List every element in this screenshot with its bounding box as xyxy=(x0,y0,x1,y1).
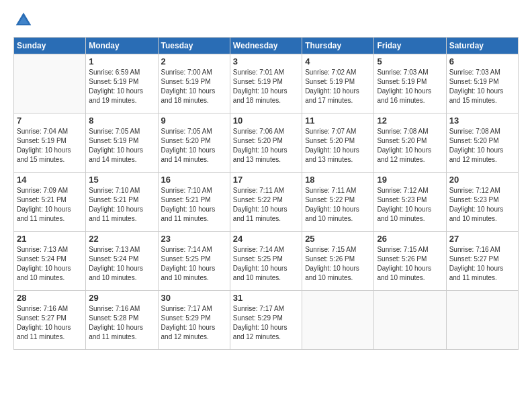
calendar-day-cell: 2Sunrise: 7:00 AM Sunset: 5:19 PM Daylig… xyxy=(158,54,230,113)
logo xyxy=(13,10,36,30)
day-number: 1 xyxy=(89,56,154,66)
calendar-day-header: Monday xyxy=(86,38,158,54)
calendar-day-cell: 23Sunrise: 7:14 AM Sunset: 5:25 PM Dayli… xyxy=(158,232,230,291)
calendar-day-header: Sunday xyxy=(14,38,86,54)
calendar-day-header: Thursday xyxy=(302,38,374,54)
day-number: 7 xyxy=(17,116,83,126)
day-info: Sunrise: 7:00 AM Sunset: 5:19 PM Dayligh… xyxy=(161,68,227,105)
calendar-week-row: 21Sunrise: 7:13 AM Sunset: 5:24 PM Dayli… xyxy=(14,232,519,291)
calendar-day-cell xyxy=(374,291,446,350)
calendar-day-cell: 8Sunrise: 7:05 AM Sunset: 5:19 PM Daylig… xyxy=(86,113,158,173)
calendar-day-cell: 14Sunrise: 7:09 AM Sunset: 5:21 PM Dayli… xyxy=(14,173,86,232)
day-number: 2 xyxy=(161,56,227,66)
day-info: Sunrise: 7:03 AM Sunset: 5:19 PM Dayligh… xyxy=(449,68,515,105)
calendar-day-cell: 18Sunrise: 7:11 AM Sunset: 5:22 PM Dayli… xyxy=(302,173,374,232)
calendar-day-cell: 16Sunrise: 7:10 AM Sunset: 5:21 PM Dayli… xyxy=(158,173,230,232)
day-number: 16 xyxy=(161,175,227,185)
day-info: Sunrise: 7:07 AM Sunset: 5:20 PM Dayligh… xyxy=(305,127,371,165)
day-info: Sunrise: 7:15 AM Sunset: 5:26 PM Dayligh… xyxy=(305,245,371,283)
day-number: 22 xyxy=(89,234,154,244)
day-info: Sunrise: 7:16 AM Sunset: 5:27 PM Dayligh… xyxy=(449,245,515,283)
header xyxy=(13,10,519,30)
day-info: Sunrise: 7:02 AM Sunset: 5:19 PM Dayligh… xyxy=(305,68,371,105)
day-info: Sunrise: 7:11 AM Sunset: 5:22 PM Dayligh… xyxy=(233,186,299,224)
day-number: 17 xyxy=(233,175,299,185)
day-number: 8 xyxy=(89,116,154,126)
calendar-day-cell: 21Sunrise: 7:13 AM Sunset: 5:24 PM Dayli… xyxy=(14,232,86,291)
day-number: 20 xyxy=(449,175,515,185)
day-info: Sunrise: 7:03 AM Sunset: 5:19 PM Dayligh… xyxy=(377,68,443,105)
day-number: 14 xyxy=(17,175,83,185)
day-info: Sunrise: 7:05 AM Sunset: 5:19 PM Dayligh… xyxy=(89,127,154,165)
calendar-day-cell: 12Sunrise: 7:08 AM Sunset: 5:20 PM Dayli… xyxy=(374,113,446,173)
calendar-day-cell: 30Sunrise: 7:17 AM Sunset: 5:29 PM Dayli… xyxy=(158,291,230,350)
day-info: Sunrise: 7:08 AM Sunset: 5:20 PM Dayligh… xyxy=(449,127,515,165)
calendar-week-row: 14Sunrise: 7:09 AM Sunset: 5:21 PM Dayli… xyxy=(14,173,519,232)
day-number: 25 xyxy=(305,234,371,244)
day-number: 24 xyxy=(233,234,299,244)
day-info: Sunrise: 7:14 AM Sunset: 5:25 PM Dayligh… xyxy=(233,245,299,283)
day-info: Sunrise: 7:14 AM Sunset: 5:25 PM Dayligh… xyxy=(161,245,227,283)
day-number: 29 xyxy=(89,293,154,303)
calendar-day-cell: 9Sunrise: 7:05 AM Sunset: 5:20 PM Daylig… xyxy=(158,113,230,173)
calendar-day-header: Wednesday xyxy=(230,38,302,54)
calendar-day-header: Tuesday xyxy=(158,38,230,54)
calendar-day-cell: 27Sunrise: 7:16 AM Sunset: 5:27 PM Dayli… xyxy=(446,232,518,291)
calendar-day-cell: 15Sunrise: 7:10 AM Sunset: 5:21 PM Dayli… xyxy=(86,173,158,232)
day-info: Sunrise: 7:12 AM Sunset: 5:23 PM Dayligh… xyxy=(377,186,443,224)
calendar-week-row: 7Sunrise: 7:04 AM Sunset: 5:19 PM Daylig… xyxy=(14,113,519,173)
calendar-day-cell: 24Sunrise: 7:14 AM Sunset: 5:25 PM Dayli… xyxy=(230,232,302,291)
calendar-day-cell: 1Sunrise: 6:59 AM Sunset: 5:19 PM Daylig… xyxy=(86,54,158,113)
calendar-day-cell xyxy=(14,54,86,113)
day-number: 31 xyxy=(233,293,299,303)
day-info: Sunrise: 7:12 AM Sunset: 5:23 PM Dayligh… xyxy=(449,186,515,224)
calendar-day-cell xyxy=(446,291,518,350)
calendar-day-cell: 26Sunrise: 7:15 AM Sunset: 5:26 PM Dayli… xyxy=(374,232,446,291)
day-info: Sunrise: 7:06 AM Sunset: 5:20 PM Dayligh… xyxy=(233,127,299,165)
day-number: 3 xyxy=(233,56,299,66)
day-info: Sunrise: 7:11 AM Sunset: 5:22 PM Dayligh… xyxy=(305,186,371,224)
day-info: Sunrise: 7:16 AM Sunset: 5:27 PM Dayligh… xyxy=(17,304,83,342)
calendar-day-cell: 3Sunrise: 7:01 AM Sunset: 5:19 PM Daylig… xyxy=(230,54,302,113)
calendar-day-cell: 4Sunrise: 7:02 AM Sunset: 5:19 PM Daylig… xyxy=(302,54,374,113)
day-number: 4 xyxy=(305,56,371,66)
calendar-day-cell: 17Sunrise: 7:11 AM Sunset: 5:22 PM Dayli… xyxy=(230,173,302,232)
calendar-day-cell: 10Sunrise: 7:06 AM Sunset: 5:20 PM Dayli… xyxy=(230,113,302,173)
day-info: Sunrise: 7:04 AM Sunset: 5:19 PM Dayligh… xyxy=(17,127,83,165)
page: SundayMondayTuesdayWednesdayThursdayFrid… xyxy=(0,0,532,411)
calendar-week-row: 28Sunrise: 7:16 AM Sunset: 5:27 PM Dayli… xyxy=(14,291,519,350)
day-number: 28 xyxy=(17,293,83,303)
calendar-day-cell: 29Sunrise: 7:16 AM Sunset: 5:28 PM Dayli… xyxy=(86,291,158,350)
calendar-day-cell xyxy=(302,291,374,350)
day-info: Sunrise: 7:09 AM Sunset: 5:21 PM Dayligh… xyxy=(17,186,83,224)
day-number: 12 xyxy=(377,116,443,126)
calendar-week-row: 1Sunrise: 6:59 AM Sunset: 5:19 PM Daylig… xyxy=(14,54,519,113)
day-number: 15 xyxy=(89,175,154,185)
day-info: Sunrise: 7:17 AM Sunset: 5:29 PM Dayligh… xyxy=(233,304,299,342)
day-info: Sunrise: 7:13 AM Sunset: 5:24 PM Dayligh… xyxy=(89,245,154,283)
calendar-day-cell: 6Sunrise: 7:03 AM Sunset: 5:19 PM Daylig… xyxy=(446,54,518,113)
day-info: Sunrise: 7:16 AM Sunset: 5:28 PM Dayligh… xyxy=(89,304,154,342)
day-number: 9 xyxy=(161,116,227,126)
calendar-day-header: Saturday xyxy=(446,38,518,54)
calendar: SundayMondayTuesdayWednesdayThursdayFrid… xyxy=(13,37,519,350)
calendar-day-cell: 11Sunrise: 7:07 AM Sunset: 5:20 PM Dayli… xyxy=(302,113,374,173)
day-info: Sunrise: 7:10 AM Sunset: 5:21 PM Dayligh… xyxy=(161,186,227,224)
calendar-day-cell: 13Sunrise: 7:08 AM Sunset: 5:20 PM Dayli… xyxy=(446,113,518,173)
calendar-day-cell: 20Sunrise: 7:12 AM Sunset: 5:23 PM Dayli… xyxy=(446,173,518,232)
day-number: 19 xyxy=(377,175,443,185)
day-number: 11 xyxy=(305,116,371,126)
day-number: 21 xyxy=(17,234,83,244)
day-info: Sunrise: 7:13 AM Sunset: 5:24 PM Dayligh… xyxy=(17,245,83,283)
calendar-day-cell: 5Sunrise: 7:03 AM Sunset: 5:19 PM Daylig… xyxy=(374,54,446,113)
calendar-day-cell: 31Sunrise: 7:17 AM Sunset: 5:29 PM Dayli… xyxy=(230,291,302,350)
day-number: 10 xyxy=(233,116,299,126)
day-number: 5 xyxy=(377,56,443,66)
day-number: 18 xyxy=(305,175,371,185)
day-number: 27 xyxy=(449,234,515,244)
day-info: Sunrise: 7:05 AM Sunset: 5:20 PM Dayligh… xyxy=(161,127,227,165)
day-number: 26 xyxy=(377,234,443,244)
logo-icon xyxy=(13,10,34,30)
calendar-day-cell: 28Sunrise: 7:16 AM Sunset: 5:27 PM Dayli… xyxy=(14,291,86,350)
calendar-day-header: Friday xyxy=(374,38,446,54)
